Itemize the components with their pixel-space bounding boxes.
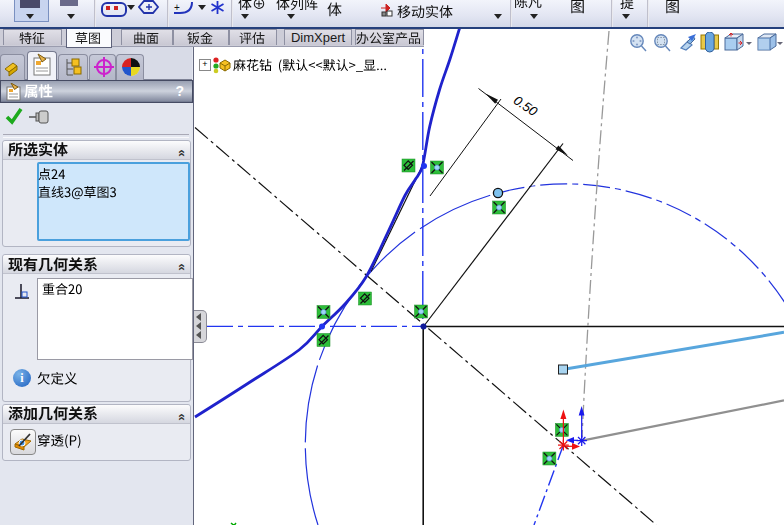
- svg-text:0.50: 0.50: [511, 92, 541, 119]
- svg-text:+: +: [174, 2, 180, 13]
